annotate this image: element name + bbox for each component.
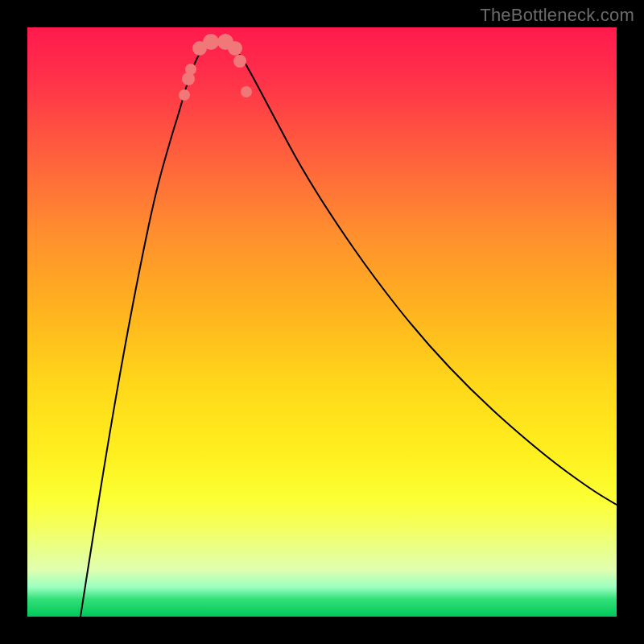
curve-group (80, 43, 617, 617)
chart-frame: TheBottleneck.com (0, 0, 644, 644)
curve-svg (27, 27, 617, 617)
curve-left-branch (80, 43, 213, 617)
data-marker (203, 34, 219, 50)
data-marker (228, 41, 242, 56)
marker-group (179, 34, 252, 101)
plot-area (27, 27, 617, 617)
data-marker (233, 55, 246, 68)
watermark-text: TheBottleneck.com (480, 5, 634, 26)
curve-right-branch (229, 43, 617, 505)
data-marker (179, 89, 190, 101)
data-marker (241, 86, 252, 97)
data-marker (185, 64, 196, 75)
